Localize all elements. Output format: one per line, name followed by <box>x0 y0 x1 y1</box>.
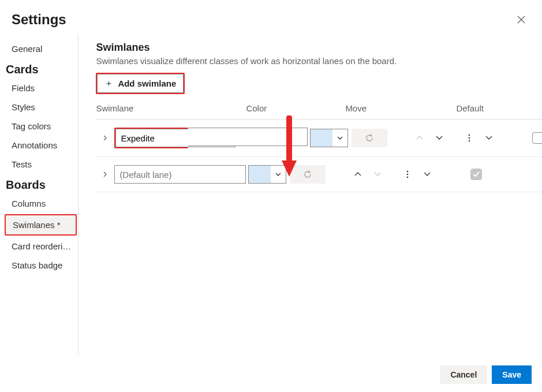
expand-toggle[interactable] <box>96 135 114 141</box>
expand-toggle[interactable] <box>96 171 114 177</box>
sidebar-item-styles[interactable]: Styles <box>5 98 78 117</box>
add-swimlane-label: Add swimlane <box>118 79 176 88</box>
close-icon <box>517 16 525 24</box>
chevron-down-icon <box>485 136 492 140</box>
chevron-down-icon <box>424 172 431 177</box>
sidebar-item-swimlanes[interactable]: Swimlanes * <box>6 215 76 234</box>
sidebar-item-annotations[interactable]: Annotations <box>5 136 78 155</box>
close-button[interactable] <box>512 10 530 29</box>
more-actions-button[interactable] <box>462 131 476 145</box>
kebab-icon <box>406 170 409 178</box>
svg-point-12 <box>407 177 409 178</box>
chevron-down-icon <box>271 173 286 177</box>
more-actions-dropdown[interactable] <box>420 167 434 181</box>
dialog-title: Settings <box>12 12 66 28</box>
sidebar-item-card-reordering[interactable]: Card reorderi… <box>5 237 78 256</box>
sidebar-item-tests[interactable]: Tests <box>5 155 78 174</box>
swimlane-row <box>96 157 542 192</box>
chevron-right-icon <box>102 135 108 141</box>
save-button[interactable]: Save <box>492 365 532 384</box>
column-header-default: Default <box>456 103 496 113</box>
reset-color-button[interactable] <box>352 129 387 147</box>
column-header-move: Move <box>345 103 456 113</box>
chevron-down-icon <box>332 136 347 140</box>
sidebar-item-columns[interactable]: Columns <box>5 194 78 213</box>
chevron-down-icon <box>374 172 381 177</box>
reset-color-button[interactable] <box>290 165 326 184</box>
refresh-icon <box>303 170 312 179</box>
swimlane-name-input-ext[interactable] <box>188 128 308 146</box>
sidebar-heading-cards: Cards <box>5 58 78 79</box>
move-up-button[interactable] <box>413 131 427 145</box>
chevron-up-icon <box>354 172 361 177</box>
svg-point-11 <box>407 174 409 176</box>
chevron-right-icon <box>102 171 108 177</box>
column-header-swimlane: Swimlane <box>96 103 246 113</box>
main-panel: Swimlanes Swimlanes visualize different … <box>79 35 542 356</box>
panel-title: Swimlanes <box>96 42 542 54</box>
sidebar-item-general[interactable]: General <box>5 39 78 58</box>
cancel-button[interactable]: Cancel <box>440 365 487 384</box>
svg-point-4 <box>469 140 470 142</box>
move-down-button[interactable] <box>432 131 446 145</box>
column-header-color: Color <box>246 103 345 113</box>
chevron-up-icon <box>416 136 423 140</box>
move-down-button[interactable] <box>371 167 384 181</box>
check-icon <box>473 171 480 177</box>
color-swatch <box>311 129 332 147</box>
kebab-icon <box>468 134 470 142</box>
swimlane-row <box>96 120 542 157</box>
svg-point-3 <box>469 137 470 139</box>
color-swatch <box>249 166 271 183</box>
swimlane-name-input[interactable] <box>114 165 246 184</box>
svg-point-2 <box>469 135 470 136</box>
sidebar-item-status-badge[interactable]: Status badge <box>5 256 78 275</box>
default-checkbox <box>470 169 482 180</box>
panel-description: Swimlanes visualize different classes of… <box>96 56 542 66</box>
color-picker[interactable] <box>310 129 348 147</box>
add-swimlane-button[interactable]: ＋ Add swimlane <box>97 74 184 93</box>
color-picker[interactable] <box>248 165 286 184</box>
sidebar-item-fields[interactable]: Fields <box>5 79 78 98</box>
default-checkbox[interactable] <box>532 132 542 144</box>
refresh-icon <box>365 133 374 143</box>
settings-sidebar: General Cards Fields Styles Tag colors A… <box>0 35 79 356</box>
more-actions-dropdown[interactable] <box>482 131 496 145</box>
svg-point-10 <box>407 171 409 173</box>
sidebar-item-tag-colors[interactable]: Tag colors <box>5 117 78 136</box>
chevron-down-icon <box>436 136 443 140</box>
more-actions-button[interactable] <box>401 167 414 181</box>
sidebar-heading-boards: Boards <box>5 174 78 194</box>
plus-icon: ＋ <box>104 78 113 89</box>
move-up-button[interactable] <box>351 167 365 181</box>
